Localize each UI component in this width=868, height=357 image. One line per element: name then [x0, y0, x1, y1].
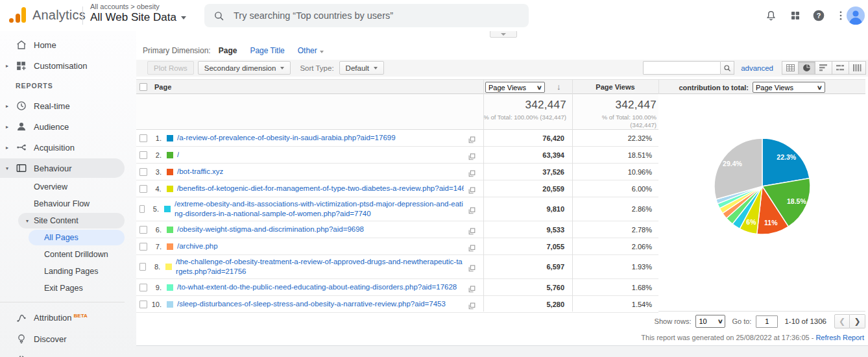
- row-checkbox[interactable]: [139, 168, 147, 176]
- show-rows-select[interactable]: 10∨: [695, 315, 725, 328]
- sidebar-item-label: Customisation: [34, 61, 87, 71]
- sidebar-item-real-time[interactable]: ▸Real-time: [0, 95, 136, 116]
- page-link[interactable]: /sleep-disturbances-of-sleep-stress-and-…: [177, 299, 446, 309]
- table-filter-input[interactable]: [643, 61, 721, 75]
- notifications-bell-icon[interactable]: [763, 8, 778, 23]
- page-views-value: 7,055: [483, 243, 572, 251]
- page-link[interactable]: /benefits-of-ketogenic-diet-for-manageme…: [177, 184, 464, 193]
- open-in-new-icon[interactable]: [468, 243, 476, 254]
- open-in-new-icon[interactable]: [468, 284, 476, 295]
- sidebar-item-behaviour-flow[interactable]: Behaviour Flow: [0, 195, 136, 212]
- performance-view-button[interactable]: [815, 61, 832, 75]
- sidebar-item-all-pages[interactable]: All Pages: [0, 229, 136, 246]
- pagination-bar: Show rows: 10∨ Go to: 1-10 of 1306 ❮ ❯: [655, 314, 865, 328]
- contribution-percent-value: 1.68%: [572, 284, 658, 291]
- page-link[interactable]: /: [177, 150, 179, 160]
- table-filter-search-button[interactable]: [721, 61, 734, 75]
- sidebar-item-discover[interactable]: Discover: [0, 328, 136, 349]
- sidebar-item-label: Site Content: [34, 216, 78, 225]
- analytics-logo[interactable]: Analytics: [9, 6, 86, 23]
- open-in-new-icon[interactable]: [468, 134, 476, 146]
- metric-select[interactable]: Page Views∨: [485, 82, 545, 93]
- select-all-checkbox[interactable]: [139, 83, 147, 91]
- sort-descending-icon[interactable]: ↓: [557, 82, 561, 92]
- page-link[interactable]: /the-challenge-of-obesity-treatment-a-re…: [176, 257, 464, 277]
- page-link[interactable]: /a-review-of-prevalence-of-obesity-in-sa…: [177, 133, 396, 143]
- data-view-button[interactable]: [782, 61, 799, 75]
- sidebar-item-behaviour[interactable]: ▾Behaviour: [0, 158, 136, 178]
- open-in-new-icon[interactable]: [468, 301, 476, 312]
- page-link[interactable]: /obesity-weight-stigma-and-discriminatio…: [177, 225, 364, 234]
- dimension-page-title[interactable]: Page Title: [250, 46, 284, 55]
- dimension-page[interactable]: Page: [219, 46, 237, 55]
- pivot-view-button[interactable]: [849, 61, 866, 75]
- audience-icon: [16, 121, 27, 132]
- dimension-other[interactable]: Other: [298, 46, 324, 55]
- contribution-percent-value: 6.00%: [572, 185, 658, 193]
- row-checkbox[interactable]: [139, 205, 145, 213]
- previous-page-button[interactable]: ❮: [834, 314, 850, 328]
- collapse-header-button[interactable]: [490, 31, 517, 38]
- row-checkbox[interactable]: [139, 134, 147, 142]
- bars-icon: [819, 64, 828, 71]
- page-column-header: Page: [154, 83, 171, 91]
- open-in-new-icon[interactable]: [468, 185, 476, 197]
- global-search[interactable]: [204, 4, 529, 27]
- sidebar-item-audience[interactable]: ▸Audience: [0, 116, 136, 137]
- sidebar-item-home[interactable]: Home: [0, 34, 136, 55]
- table-summary-row: 342,447 % of Total: 100.00% (342,447) 34…: [136, 94, 658, 130]
- row-checkbox[interactable]: [139, 226, 147, 234]
- sidebar-item-customisation[interactable]: ▸Customisation: [0, 55, 136, 76]
- next-page-button[interactable]: ❯: [850, 314, 865, 328]
- sidebar-item-acquisition[interactable]: ▸Acquisition: [0, 137, 136, 158]
- page-link[interactable]: /to-what-extent-do-the-public-need-educa…: [177, 282, 457, 292]
- page-views-value: 5,280: [483, 301, 572, 308]
- page-views-value: 9,810: [483, 205, 572, 213]
- page-link[interactable]: /extreme-obesity-and-its-associations-wi…: [175, 199, 464, 219]
- advanced-filter-link[interactable]: advanced: [741, 64, 773, 72]
- user-avatar[interactable]: [847, 6, 865, 25]
- plot-rows-button[interactable]: Plot Rows: [147, 61, 194, 75]
- google-apps-grid-icon[interactable]: [788, 8, 803, 23]
- row-number: 9.: [147, 284, 162, 291]
- row-checkbox[interactable]: [139, 151, 147, 159]
- contribution-metric-select[interactable]: Page Views∨: [753, 82, 825, 93]
- global-search-input[interactable]: [234, 10, 512, 21]
- open-in-new-icon[interactable]: [468, 226, 476, 238]
- open-in-new-icon[interactable]: [468, 151, 476, 163]
- account-switcher[interactable]: All accounts > obesity All Web Site Data: [90, 3, 186, 24]
- row-checkbox[interactable]: [139, 301, 147, 308]
- legend-color-swatch: [167, 227, 173, 233]
- refresh-report-link[interactable]: Refresh Report: [815, 334, 864, 341]
- open-in-new-icon[interactable]: [468, 168, 476, 180]
- sidebar-item-exit-pages[interactable]: Exit Pages: [0, 280, 136, 297]
- goto-page-input[interactable]: [756, 315, 778, 328]
- sidebar-item-landing-pages[interactable]: Landing Pages: [0, 263, 136, 280]
- percentage-view-button[interactable]: [799, 61, 815, 75]
- comparison-view-button[interactable]: [832, 61, 849, 75]
- sort-type-button[interactable]: Default: [339, 61, 384, 75]
- secondary-dimension-button[interactable]: Secondary dimension: [198, 61, 291, 75]
- sidebar-item-attribution[interactable]: AttributionBETA: [0, 308, 136, 328]
- sidebar-item-site-content[interactable]: ▾Site Content: [0, 212, 136, 229]
- row-checkbox[interactable]: [139, 284, 147, 291]
- open-in-new-icon[interactable]: [468, 205, 476, 217]
- sidebar-item-content-drilldown[interactable]: Content Drilldown: [0, 246, 136, 263]
- contribution-percent-value: 2.86%: [572, 205, 658, 213]
- pie-slice-label: 18.5%: [787, 197, 806, 205]
- row-checkbox[interactable]: [139, 185, 147, 193]
- help-icon[interactable]: ?: [811, 8, 826, 23]
- sidebar-item-overview[interactable]: Overview: [0, 178, 136, 195]
- open-in-new-icon[interactable]: [468, 263, 476, 275]
- contribution-pie-chart[interactable]: 22.3%18.5%11%6%29.4%: [658, 94, 865, 312]
- row-checkbox[interactable]: [139, 243, 147, 251]
- report-toolbar: Plot Rows Secondary dimension Sort Type:…: [136, 60, 868, 77]
- search-icon: [213, 10, 224, 21]
- page-link[interactable]: /bot-traffic.xyz: [177, 167, 223, 177]
- table-row: 3./bot-traffic.xyz37,52610.96%: [136, 164, 658, 180]
- sidebar-item-admin[interactable]: Admin: [0, 349, 136, 357]
- page-cell: 3./bot-traffic.xyz: [136, 165, 483, 178]
- chevron-collapsed-icon: ▸: [6, 145, 8, 151]
- page-link[interactable]: /archive.php: [177, 241, 218, 251]
- row-checkbox[interactable]: [139, 263, 146, 271]
